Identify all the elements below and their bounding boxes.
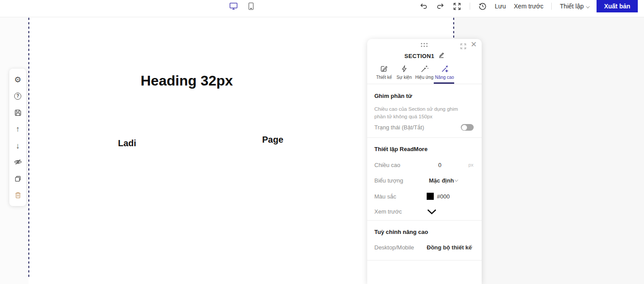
- settings-menu-label: Thiết lập: [560, 3, 584, 10]
- color-swatch[interactable]: [427, 193, 434, 200]
- preview-expand-icon[interactable]: [427, 209, 437, 217]
- toolbar-actions: Lưu Xem trước Thiết lập Xuất bản: [419, 0, 638, 12]
- color-label: Màu sắc: [374, 193, 396, 200]
- edit-title-icon[interactable]: [438, 52, 444, 60]
- settings-icon[interactable]: ⚙: [9, 73, 26, 86]
- save-button[interactable]: Lưu: [495, 3, 506, 10]
- color-hex-value[interactable]: #000: [437, 193, 450, 200]
- tab-events[interactable]: Sự kiện: [394, 62, 415, 84]
- gear-icon: ⚙: [14, 76, 21, 84]
- drag-handle[interactable]: [421, 43, 428, 47]
- tab-effects-label: Hiệu ứng: [415, 75, 433, 80]
- delete-icon[interactable]: [9, 188, 26, 202]
- readmore-section-title: Thiết lập ReadMore: [374, 146, 428, 152]
- icon-select[interactable]: Mặc định: [429, 177, 454, 184]
- pin-status-label: Trạng thái (Bật/Tắt): [374, 124, 424, 131]
- publish-button[interactable]: Xuất bản: [597, 0, 638, 12]
- panel-header: SECTION1: [367, 52, 482, 60]
- advanced-section-title: Tuỳ chỉnh nâng cao: [374, 229, 428, 235]
- height-unit: px: [468, 162, 474, 167]
- icon-label: Biểu tượng: [374, 177, 403, 184]
- arrow-down-icon: ↓: [16, 142, 20, 150]
- canvas-right-margin: [454, 17, 644, 284]
- tab-advanced[interactable]: Nâng cao: [435, 62, 455, 84]
- preview-button[interactable]: Xem trước: [514, 3, 544, 10]
- settings-menu-button[interactable]: Thiết lập: [560, 3, 589, 10]
- hide-element-icon[interactable]: [9, 156, 26, 169]
- lightning-icon: [401, 65, 408, 73]
- divider: [367, 260, 482, 261]
- device-switcher: [229, 0, 255, 12]
- panel-tabs: Thiết kế Sự kiện Hiệu ứng: [374, 62, 455, 84]
- canvas-left-guide: [28, 18, 29, 278]
- tab-effects[interactable]: Hiệu ứng: [414, 62, 435, 84]
- tab-design-label: Thiết kế: [376, 75, 392, 80]
- help-icon[interactable]: ?: [9, 89, 26, 103]
- magic-wand-icon: [420, 65, 428, 73]
- move-up-icon[interactable]: ↑: [9, 122, 26, 136]
- copy-icon: [14, 175, 22, 183]
- toolbar-separator: [470, 3, 470, 10]
- canvas-text-page[interactable]: Page: [262, 135, 283, 145]
- tab-advanced-label: Nâng cao: [435, 75, 454, 80]
- toggle-knob: [462, 125, 467, 130]
- divider: [367, 220, 482, 221]
- pin-section-title: Ghim phần tử: [374, 93, 412, 99]
- mobile-view-icon[interactable]: [247, 2, 255, 11]
- chevron-down-icon: [455, 178, 458, 182]
- duplicate-icon[interactable]: [9, 172, 26, 185]
- canvas-text-ladi[interactable]: Ladi: [118, 138, 136, 148]
- toolbar-separator: [551, 3, 552, 10]
- floppy-icon: [14, 109, 22, 117]
- pin-status-toggle[interactable]: [461, 124, 474, 131]
- device-sync-select[interactable]: Đồng bộ thiết kế: [427, 244, 472, 251]
- advanced-icon: [440, 65, 449, 73]
- expand-panel-icon[interactable]: [460, 43, 467, 49]
- pin-section-description: Chiều cao của Section sử dụng ghim phần …: [374, 105, 468, 121]
- history-icon[interactable]: [478, 2, 487, 11]
- canvas-heading-element[interactable]: Heading 32px: [141, 73, 233, 89]
- top-toolbar: Lưu Xem trước Thiết lập Xuất bản: [0, 0, 644, 17]
- tab-events-label: Sự kiện: [397, 75, 412, 80]
- divider: [367, 137, 482, 138]
- question-icon: ?: [14, 93, 21, 100]
- height-input[interactable]: 0: [438, 162, 441, 168]
- chevron-down-icon: [586, 4, 589, 8]
- section-title: SECTION1: [404, 53, 434, 59]
- trash-icon: [14, 191, 22, 199]
- element-toolbar: ⚙ ? ↑ ↓: [9, 69, 26, 206]
- redo-icon[interactable]: [436, 2, 445, 11]
- close-icon[interactable]: ✕: [470, 41, 477, 48]
- eye-off-icon: [14, 158, 22, 166]
- save-element-icon[interactable]: [9, 106, 26, 119]
- undo-icon[interactable]: [419, 2, 428, 11]
- design-icon: [380, 65, 388, 73]
- arrow-up-icon: ↑: [16, 125, 20, 133]
- move-down-icon[interactable]: ↓: [9, 139, 26, 152]
- height-label: Chiều cao: [374, 162, 401, 168]
- desktop-view-icon[interactable]: [229, 2, 238, 11]
- divider: [367, 84, 482, 84]
- device-sync-label: Desktop/Mobile: [374, 244, 414, 251]
- tab-design[interactable]: Thiết kế: [374, 62, 394, 84]
- section-settings-panel: ✕ SECTION1 Thiết kế Sự kiện: [367, 39, 482, 284]
- fullscreen-icon[interactable]: [453, 2, 462, 11]
- preview-label: Xem trước: [374, 208, 402, 215]
